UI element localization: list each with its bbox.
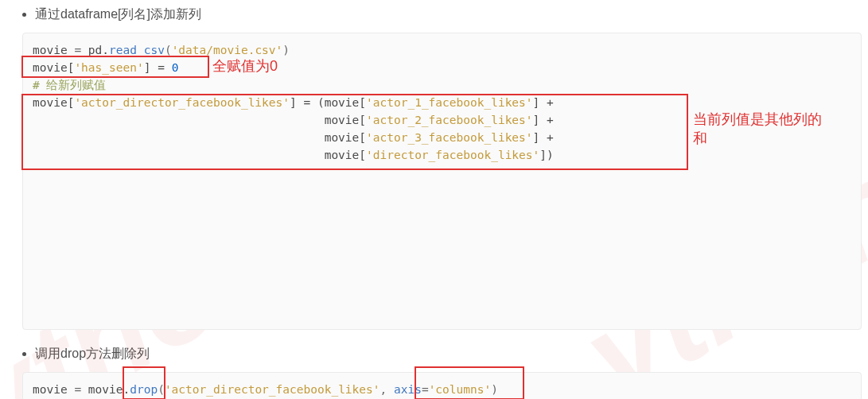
code-block-1: movie = pd.read_csv('data/movie.csv') mo…: [22, 33, 862, 330]
bullet-1: 通过dataframe[列名]添加新列 movie = pd.read_csv(…: [35, 6, 862, 330]
article-list: 通过dataframe[列名]添加新列 movie = pd.read_csv(…: [19, 6, 862, 399]
anno-sum-line2: 和: [693, 129, 707, 148]
bullet-2-text: 调用drop方法删除列: [35, 346, 150, 362]
bullet-1-text: 通过dataframe[列名]添加新列: [35, 6, 201, 23]
anno-all-zero: 全赋值为0: [212, 56, 278, 76]
code-block-2: movie = movie.drop('actor_director_faceb…: [22, 372, 862, 399]
anno-sum-line1: 当前列值是其他列的: [693, 110, 822, 129]
bullet-2: 调用drop方法删除列 movie = movie.drop('actor_di…: [35, 346, 862, 399]
